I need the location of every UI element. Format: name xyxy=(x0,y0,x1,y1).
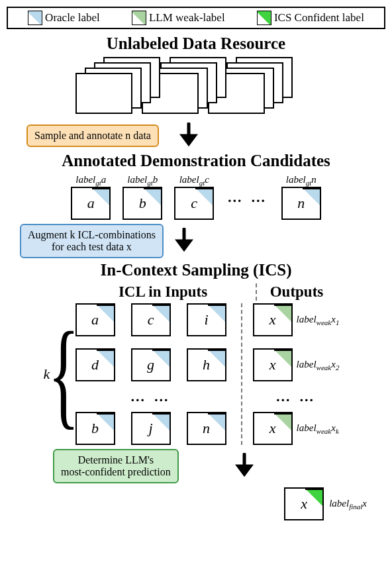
output-row: x labelweakx1 xyxy=(253,303,340,336)
output-ellipsis: … … xyxy=(253,393,340,400)
step-determine-row: Determine LLM's most-confident predictio… xyxy=(53,449,385,483)
candidate-a: labelgta a xyxy=(71,174,111,220)
badge-sample: Sample and annotate n data xyxy=(26,124,159,147)
title-unlabeled: Unlabeled Data Resource xyxy=(7,34,385,53)
title-candidates: Annotated Demonstration Candidates xyxy=(7,152,385,170)
candidate-b: labelgtb b xyxy=(122,174,162,220)
ics-row: d g h xyxy=(75,348,226,381)
legend-oracle: Oracle label xyxy=(28,11,100,25)
legend-confident-label: ICS Confident label xyxy=(274,11,364,24)
candidate-c: labelgtc c xyxy=(174,174,214,220)
ics-ellipsis: … … xyxy=(75,393,226,400)
cand-label: labelgta xyxy=(75,174,106,187)
legend-oracle-label: Oracle label xyxy=(45,11,100,24)
legend: Oracle label LLM weak-label ICS Confiden… xyxy=(7,7,385,29)
legend-weak: LLM weak-label xyxy=(132,11,225,25)
arrow-down-icon xyxy=(179,122,199,149)
badge-augment: Augment k ICL-combinations for each test… xyxy=(20,224,164,258)
arrow-down-icon xyxy=(234,453,254,479)
ics-grid: k { a c i d g h … … b j n x labelweakx1 … xyxy=(7,303,385,445)
title-outputs: Outputs xyxy=(256,283,328,301)
title-icl-inputs: ICL in Inputs xyxy=(83,283,242,301)
step-sample-row: Sample and annotate n data xyxy=(26,122,385,149)
outputs-col: x labelweakx1 x labelweakx2 … … x labelw… xyxy=(248,303,340,445)
legend-confident: ICS Confident label xyxy=(257,11,364,25)
weak-swatch-icon xyxy=(132,11,146,25)
brace-col: k { xyxy=(53,303,75,445)
candidate-n: labelgtn n xyxy=(281,174,321,220)
candidates-row: labelgta a labelgtb b labelgtc c … … lab… xyxy=(7,174,385,220)
confident-swatch-icon xyxy=(257,11,271,25)
step-augment-row: Augment k ICL-combinations for each test… xyxy=(20,224,385,258)
legend-weak-label: LLM weak-label xyxy=(149,11,225,24)
cand-ellipsis: … … xyxy=(226,189,270,206)
arrow-down-icon xyxy=(174,228,194,254)
oracle-swatch-icon xyxy=(28,11,42,25)
ics-row: a c i xyxy=(75,303,226,336)
ics-column-titles: ICL in Inputs Outputs xyxy=(26,283,385,301)
output-row: x labelweakx2 xyxy=(253,348,340,381)
output-row: x labelweakxk xyxy=(253,412,340,445)
paper-stack xyxy=(64,57,328,120)
badge-determine: Determine LLM's most-confident predictio… xyxy=(53,449,179,483)
title-ics: In-Context Sampling (ICS) xyxy=(7,261,385,279)
divider xyxy=(241,303,242,445)
final-label: labelfinalx xyxy=(329,498,367,511)
ics-row: b j n xyxy=(75,412,226,445)
final-row: x labelfinalx xyxy=(7,487,385,520)
